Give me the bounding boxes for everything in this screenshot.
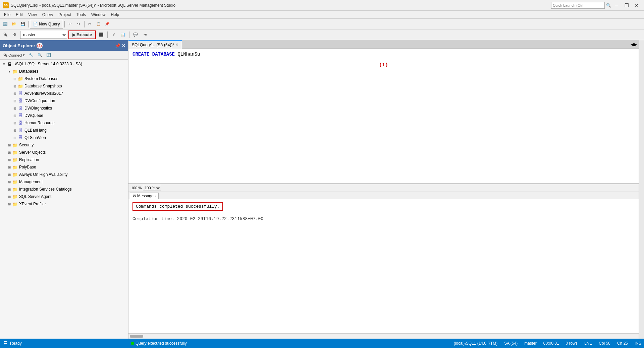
tree-db-snapshots[interactable]: ⊞ 📁 Database Snapshots (0, 82, 128, 90)
close-button[interactable]: ✕ (632, 2, 641, 9)
toolbar-undo-btn[interactable]: ↩ (66, 20, 74, 28)
tree-qlsinhvien-label: QLSinhVien (24, 135, 46, 140)
status-col: Col 58 (599, 341, 610, 346)
menu-project[interactable]: Project (56, 12, 74, 18)
oe-refresh-btn[interactable]: 🔄 (45, 52, 53, 58)
status-ok-dot (131, 342, 134, 345)
security-expand-icon: ⊞ (7, 142, 12, 148)
tree-integration-services[interactable]: ⊞ 📁 Integration Services Catalogs (0, 186, 128, 193)
status-db: master (524, 341, 537, 346)
messages-tab-label: Messages (137, 194, 156, 198)
query-tab[interactable]: SQLQuery1...(SA (54))* ✕ (128, 40, 182, 49)
oe-header-title: Object Explorer (2) (3, 43, 43, 49)
execute-button[interactable]: ▶ Execute (68, 30, 96, 39)
tree-root[interactable]: ▼ 🖥 .\SQL1 (SQL Server 14.0.3223.3 - SA) (0, 60, 128, 68)
toolbar2-comment-btn[interactable]: 💬 (131, 31, 140, 39)
menu-view[interactable]: View (25, 12, 40, 18)
tree-qlsinhvien[interactable]: ⊞ 🗄 QLSinhVien (0, 134, 128, 141)
connect-dropdown-icon: ▾ (23, 53, 25, 57)
tree-dwdiag[interactable]: ⊞ 🗄 DWDiagnostics (0, 105, 128, 112)
server-icon: 🖥 (7, 61, 13, 67)
menu-tools[interactable]: Tools (74, 12, 89, 18)
search-icon: 🔍 (606, 3, 611, 8)
menu-window[interactable]: Window (89, 12, 108, 18)
tree-sql-agent-label: SQL Server Agent (19, 194, 51, 199)
tree-qlbanhang[interactable]: ⊞ 🗄 QLBanHang (0, 127, 128, 134)
menu-query[interactable]: Query (40, 12, 56, 18)
oe-tree: ▼ 🖥 .\SQL1 (SQL Server 14.0.3223.3 - SA)… (0, 60, 128, 339)
qlsv-expand-icon: ⊞ (12, 135, 17, 140)
oe-filter2-btn[interactable]: 🔍 (36, 52, 44, 58)
status-ln: Ln 1 (584, 341, 592, 346)
toolbar2-btn1[interactable]: 🔌 (1, 31, 9, 39)
serverobj-expand-icon: ⊞ (7, 150, 12, 155)
right-scrollbar[interactable] (639, 40, 644, 339)
tree-server-objects[interactable]: ⊞ 📁 Server Objects (0, 149, 128, 156)
tree-dwqueue[interactable]: ⊞ 🗄 DWQueue (0, 112, 128, 119)
object-explorer: Object Explorer (2) 📌 ✕ 🔌 Connect ▾ 🔧 🔍 … (0, 40, 128, 339)
menu-edit[interactable]: Edit (13, 12, 25, 18)
tab-scroll-left-icon[interactable]: ◀ (631, 42, 634, 47)
toolbar-open-btn[interactable]: 📂 (10, 20, 18, 28)
tree-dwqueue-label: DWQueue (24, 113, 43, 118)
toolbar-paste-btn[interactable]: 📌 (103, 20, 111, 28)
toolbar-redo-btn[interactable]: ↪ (75, 20, 83, 28)
tree-alwayson[interactable]: ⊞ 📁 Always On High Availability (0, 171, 128, 178)
toolbar-save-btn[interactable]: 💾 (19, 20, 27, 28)
tree-polybase[interactable]: ⊞ 📁 PolyBase (0, 163, 128, 171)
title-bar-controls: 🔍 – ❐ ✕ (551, 2, 641, 9)
tab-close-btn[interactable]: ✕ (175, 43, 178, 47)
tree-replication[interactable]: ⊞ 📁 Replication (0, 156, 128, 163)
menu-help[interactable]: Help (108, 12, 122, 18)
restore-button[interactable]: ❐ (622, 2, 631, 9)
tree-dwconfig[interactable]: ⊞ 🗄 DWConfiguration (0, 97, 128, 105)
toolbar-cut-btn[interactable]: ✂ (86, 20, 94, 28)
qlbh-db-icon: 🗄 (17, 127, 23, 133)
toolbar2-display-btn[interactable]: 📊 (119, 31, 127, 39)
toolbar2-btn2[interactable]: ⚙ (11, 31, 19, 39)
tree-management[interactable]: ⊞ 📁 Management (0, 178, 128, 186)
toolbar2-parse-btn[interactable]: ✔ (110, 31, 118, 39)
tree-integration-services-label: Integration Services Catalogs (19, 187, 72, 192)
new-query-button[interactable]: 📄 New Query (30, 20, 63, 28)
qlbh-expand-icon: ⊞ (12, 128, 17, 133)
horizontal-scrollbar[interactable] (128, 333, 639, 339)
tree-dwdiag-label: DWDiagnostics (24, 106, 52, 111)
messages-tab[interactable]: ✉ Messages (130, 193, 159, 199)
xevent-expand-icon: ⊞ (7, 201, 12, 207)
toolbar-copy-btn[interactable]: 📋 (95, 20, 103, 28)
toolbar-sep-3 (84, 21, 85, 27)
tree-xevent[interactable]: ⊞ 📁 XEvent Profiler (0, 200, 128, 208)
database-selector[interactable]: master (20, 31, 67, 39)
zoom-selector[interactable]: 100 % (143, 185, 161, 191)
sql-code-line: CREATE DATABASE QLNhanSu (132, 52, 635, 57)
zoom-bar: 100 % 100 % (128, 184, 639, 192)
oe-filter-btn[interactable]: 🔧 (27, 52, 35, 58)
quick-launch-input[interactable] (551, 2, 605, 9)
tree-humanresource[interactable]: ⊞ 🗄 HumanResource (0, 119, 128, 127)
oe-connect-btn[interactable]: 🔌 Connect ▾ (1, 52, 26, 58)
toolbar-new-btn[interactable]: 🆕 (1, 20, 9, 28)
tree-sql-agent[interactable]: ⊞ 📁 SQL Server Agent (0, 193, 128, 200)
tree-system-dbs[interactable]: ⊞ 📁 System Databases (0, 75, 128, 82)
snapshots-folder-icon: 📁 (17, 83, 23, 89)
tree-adventureworks[interactable]: ⊞ 🗄 AdventureWorks2017 (0, 90, 128, 97)
minimize-button[interactable]: – (612, 2, 621, 9)
tree-databases-folder[interactable]: ▼ 📁 Databases (0, 68, 128, 75)
oe-pin-btn[interactable]: 📌 (115, 43, 120, 48)
completion-time: Completion time: 2020-02-29T16:19:22.231… (132, 216, 635, 221)
toolbar2-stop-btn[interactable]: ⬛ (97, 31, 105, 39)
toolbar2-indent-btn[interactable]: ⇥ (141, 31, 149, 39)
tree-security[interactable]: ⊞ 📁 Security (0, 141, 128, 149)
serverobj-folder-icon: 📁 (12, 149, 18, 155)
databases-collapse-icon: ▼ (7, 69, 12, 74)
annotation-area: (1) (132, 62, 635, 68)
success-message-text: Commands completed successfully. (136, 204, 220, 209)
mgmt-folder-icon: 📁 (12, 179, 18, 185)
tree-alwayson-label: Always On High Availability (19, 172, 68, 177)
menu-file[interactable]: File (1, 12, 13, 18)
tree-dwconfig-label: DWConfiguration (24, 98, 55, 103)
tab-scroll-right-icon[interactable]: ▶ (634, 42, 637, 47)
oe-close-btn[interactable]: ✕ (122, 43, 125, 48)
query-editor[interactable]: CREATE DATABASE QLNhanSu (1) (128, 49, 639, 184)
